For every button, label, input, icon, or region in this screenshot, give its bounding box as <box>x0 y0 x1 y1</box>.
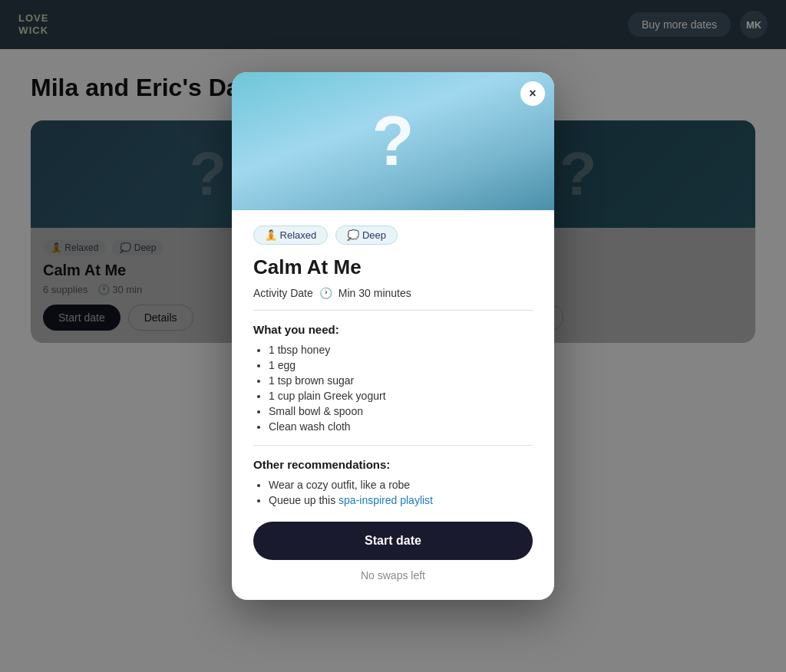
recommendations-section: Other recommendations: Wear a cozy outfi… <box>253 458 533 506</box>
divider <box>253 445 533 446</box>
recommendation-item-2: Queue up this spa-inspired playlist <box>269 494 533 506</box>
modal-header: ? × <box>232 72 554 210</box>
no-swaps-label: No swaps left <box>253 569 533 581</box>
supply-item-6: Clean wash cloth <box>269 420 533 433</box>
modal-close-button[interactable]: × <box>520 81 545 106</box>
modal-tag-relaxed: 🧘 Relaxed <box>253 226 328 245</box>
what-you-need-title: What you need: <box>253 323 533 336</box>
recommendations-list: Wear a cozy outfit, like a robe Queue up… <box>253 479 533 506</box>
playlist-link[interactable]: spa-inspired playlist <box>339 494 433 506</box>
activity-date-label: Activity Date <box>253 287 313 299</box>
supply-item-3: 1 tsp brown sugar <box>269 374 533 387</box>
supply-item-5: Small bowl & spoon <box>269 405 533 417</box>
recommendations-title: Other recommendations: <box>253 458 533 471</box>
modal-start-date-button[interactable]: Start date <box>253 522 533 560</box>
supplies-list: 1 tbsp honey 1 egg 1 tsp brown sugar 1 c… <box>253 344 533 433</box>
supply-item-2: 1 egg <box>269 359 533 371</box>
supply-item-1: 1 tbsp honey <box>269 344 533 356</box>
modal-title: Calm At Me <box>253 255 533 279</box>
app-background: LOVE WICK Buy more dates MK Mila and Eri… <box>0 0 786 672</box>
supply-item-4: 1 cup plain Greek yogurt <box>269 390 533 402</box>
modal-activity-date: Activity Date 🕐 Min 30 minutes <box>253 287 533 311</box>
min-time-label: Min 30 minutes <box>339 287 411 299</box>
modal-overlay: ? × 🧘 Relaxed 💭 Deep Calm At Me Activity… <box>0 0 786 672</box>
recommendation-item-1: Wear a cozy outfit, like a robe <box>269 479 533 491</box>
date-detail-modal: ? × 🧘 Relaxed 💭 Deep Calm At Me Activity… <box>232 72 554 600</box>
modal-question-mark-icon: ? <box>372 107 414 176</box>
modal-body: 🧘 Relaxed 💭 Deep Calm At Me Activity Dat… <box>232 210 554 600</box>
modal-tag-deep: 💭 Deep <box>335 226 398 245</box>
clock-icon: 🕐 <box>319 287 332 299</box>
what-you-need-section: What you need: 1 tbsp honey 1 egg 1 tsp … <box>253 323 533 433</box>
modal-tags: 🧘 Relaxed 💭 Deep <box>253 226 533 245</box>
